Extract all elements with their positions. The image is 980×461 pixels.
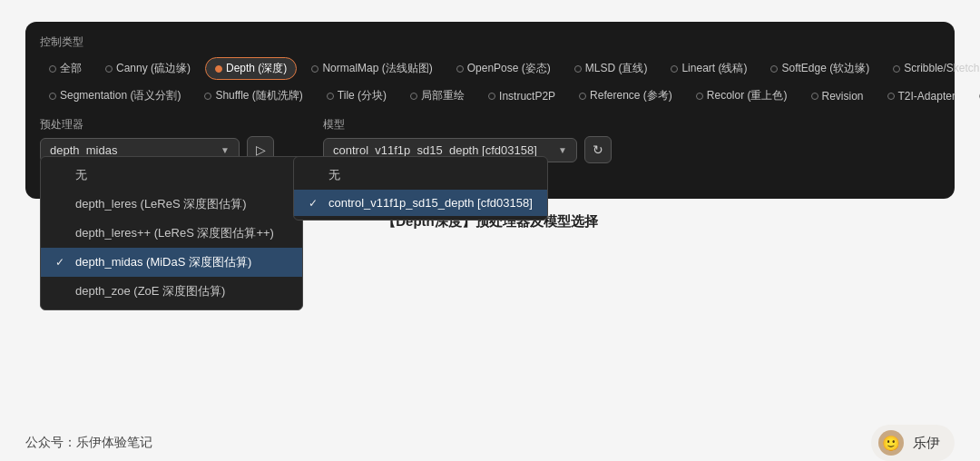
radio-all [49, 65, 56, 73]
radio-localdetail [410, 93, 417, 100]
control-type-rows: 全部 Canny (硫边缘) Depth (深度) NormalMap (法线贴… [40, 57, 940, 106]
ctrl-segmentation[interactable]: Segmentation (语义分割) [40, 85, 190, 106]
ctrl-recolor[interactable]: Recolor (重上色) [687, 85, 797, 106]
option-depth-midas[interactable]: ✓ depth_midas (MiDaS 深度图估算) [41, 248, 302, 277]
preprocessor-label: 预处理器 [40, 117, 294, 132]
option-none[interactable]: 无 [41, 161, 302, 190]
ctrl-instructp2p[interactable]: InstructP2P [479, 87, 564, 105]
radio-instructp2p [488, 93, 495, 100]
radio-scribble [893, 65, 900, 73]
radio-t2i [887, 93, 895, 100]
ctrl-shuffle[interactable]: Shuffle (随机洗牌) [195, 85, 311, 106]
model-option-v11[interactable]: ✓ control_v11f1p_sd15_depth [cfd03158] [294, 190, 547, 216]
model-option-none[interactable]: 无 [294, 161, 547, 190]
model-refresh-btn[interactable]: ↻ [584, 136, 612, 163]
ctrl-mlsd[interactable]: MLSD (直线) [565, 58, 657, 79]
control-row-1: 全部 Canny (硫边缘) Depth (深度) NormalMap (法线贴… [40, 57, 940, 80]
radio-mlsd [574, 65, 582, 73]
ctrl-normalmap[interactable]: NormalMap (法线贴图) [302, 58, 441, 79]
footer-left-label: 公众号：乐伊体验笔记 [25, 435, 152, 451]
radio-recolor [696, 93, 703, 100]
preprocessor-value: depth_midas [50, 143, 117, 157]
radio-tile [327, 93, 334, 100]
radio-openpose [456, 65, 464, 73]
model-value: control_v11f1p_sd15_depth [cfd03158] [333, 143, 537, 157]
option-depth-zoe[interactable]: depth_zoe (ZoE 深度图估算) [41, 277, 302, 306]
main-container: 控制类型 全部 Canny (硫边缘) Depth (深度) No [0, 0, 980, 461]
control-row-2: Segmentation (语义分割) Shuffle (随机洗牌) Tile … [40, 85, 940, 106]
control-type-label: 控制类型 [40, 34, 940, 50]
avatar: 🙂 [878, 430, 904, 456]
option-depth-leres-plus[interactable]: depth_leres++ (LeReS 深度图估算++) [41, 219, 302, 248]
model-popup: 无 ✓ control_v11f1p_sd15_depth [cfd03158] [293, 156, 548, 221]
ctrl-openpose[interactable]: OpenPose (姿态) [447, 58, 560, 79]
ctrl-all[interactable]: 全部 [40, 58, 91, 79]
radio-reference [579, 93, 586, 100]
ctrl-canny[interactable]: Canny (硫边缘) [96, 58, 200, 79]
radio-softedge [770, 65, 778, 73]
ctrl-localdetail[interactable]: 局部重绘 [401, 85, 474, 106]
ctrl-reference[interactable]: Reference (参考) [570, 85, 681, 106]
ctrl-ipadapter[interactable]: IP-Adapter [970, 87, 980, 105]
model-label: 模型 [323, 117, 632, 132]
option-depth-leres[interactable]: depth_leres (LeReS 深度图估算) [41, 190, 302, 219]
radio-depth [215, 65, 222, 73]
radio-lineart [671, 65, 678, 73]
footer: 公众号：乐伊体验笔记 🙂 乐伊 [0, 417, 980, 461]
ctrl-scribble[interactable]: Scribble/Sketch (涂鸦/草图) [884, 58, 980, 79]
ctrl-revision[interactable]: Revision [802, 87, 873, 105]
ctrl-depth[interactable]: Depth (深度) [205, 57, 297, 80]
ctrl-tile[interactable]: Tile (分块) [318, 85, 396, 106]
preprocessor-arrow-icon: ▼ [220, 145, 230, 155]
preprocessor-popup: 无 depth_leres (LeReS 深度图估算) depth_leres+… [40, 156, 303, 310]
radio-shuffle [204, 93, 211, 100]
ctrl-t2i[interactable]: T2I-Adapter [878, 87, 965, 105]
ctrl-lineart[interactable]: Lineart (线稿) [662, 58, 756, 79]
radio-canny [105, 65, 113, 73]
author-badge: 🙂 乐伊 [871, 425, 955, 461]
ui-panel: 控制类型 全部 Canny (硫边缘) Depth (深度) No [25, 22, 955, 199]
model-arrow-icon: ▼ [558, 145, 567, 155]
radio-normalmap [311, 65, 318, 73]
radio-revision [811, 93, 818, 100]
ctrl-softedge[interactable]: SoftEdge (软边缘) [761, 58, 878, 79]
radio-segmentation [49, 93, 56, 100]
author-name: 乐伊 [913, 435, 940, 452]
